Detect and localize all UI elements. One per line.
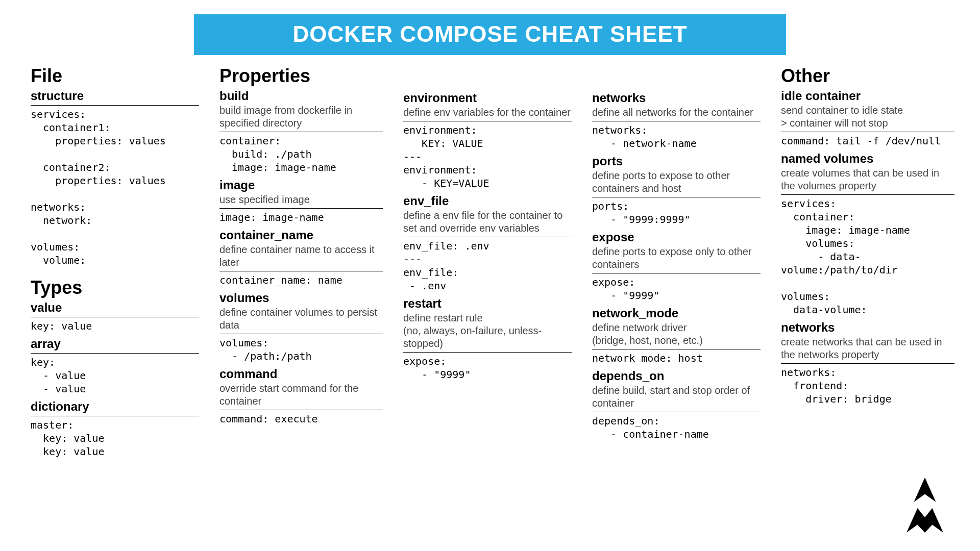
subheading-ports: ports [592, 154, 761, 168]
heading-other: Other [781, 66, 954, 86]
desc-networks: define all networks for the container [592, 106, 761, 119]
code-build: container: build: ./path image: image-na… [219, 134, 383, 174]
subheading-idle-container: idle container [781, 89, 954, 103]
divider [219, 132, 383, 132]
desc-idle-container: send container to idle state > container… [781, 104, 954, 130]
code-env-file: env_file: .env --- env_file: - .env [403, 239, 572, 292]
divider [781, 132, 954, 132]
subheading-network-mode: network_mode [592, 306, 761, 320]
desc-build: build image from dockerfile in specified… [219, 104, 383, 130]
code-idle-container: command: tail -f /dev/null [781, 134, 954, 147]
code-named-volumes: services: container: image: image-name v… [781, 197, 954, 316]
divider [592, 121, 761, 121]
desc-image: use specified image [219, 193, 383, 206]
desc-volumes: define container volumes to persist data [219, 306, 383, 332]
title-banner: DOCKER COMPOSE CHEAT SHEET [194, 14, 786, 55]
subheading-expose: expose [592, 230, 761, 244]
code-container-name: container_name: name [219, 273, 383, 287]
subheading-env-file: env_file [403, 194, 572, 208]
desc-ports: define ports to expose to other containe… [592, 169, 761, 195]
code-networks: networks: - network-name [592, 123, 761, 150]
desc-environment: define env variables for the container [403, 106, 572, 119]
subheading-value: value [31, 300, 199, 315]
column-properties-3: networks define all networks for the con… [592, 64, 761, 462]
code-value: key: value [31, 319, 199, 333]
desc-networks-other: create networks that can be used in the … [781, 336, 954, 361]
subheading-container-name: container_name [219, 228, 383, 242]
code-depends-on: depends_on: - container-name [592, 414, 761, 441]
brand-logo-icon [894, 474, 955, 536]
desc-named-volumes: create volumes that can be used in the v… [781, 167, 954, 192]
desc-restart: define restart rule (no, always, on-fail… [403, 312, 572, 350]
desc-depends-on: define build, start and stop order of co… [592, 384, 761, 410]
heading-properties: Properties [219, 66, 383, 86]
divider [403, 237, 572, 237]
code-dictionary: master: key: value key: value [31, 418, 199, 458]
desc-env-file: define a env file for the container to s… [403, 209, 572, 235]
divider [219, 208, 383, 209]
divider [31, 353, 199, 354]
divider [219, 334, 383, 334]
desc-expose: define ports to expose only to other con… [592, 245, 761, 271]
divider [592, 273, 761, 273]
divider [219, 410, 383, 410]
heading-file: File [31, 66, 199, 86]
subheading-environment: environment [403, 91, 572, 105]
heading-types: Types [31, 278, 199, 297]
code-image: image: image-name [219, 211, 383, 224]
divider [219, 271, 383, 271]
column-properties-2: environment define env variables for the… [403, 64, 572, 462]
divider [592, 412, 761, 412]
code-network-mode: network_mode: host [592, 352, 761, 365]
divider [403, 121, 572, 121]
desc-command: override start command for the container [219, 382, 383, 408]
column-file-types: File structure services: container1: pro… [31, 64, 199, 462]
code-structure: services: container1: properties: values… [31, 108, 199, 267]
subheading-restart: restart [403, 296, 572, 311]
column-other: Other idle container send container to i… [781, 64, 954, 462]
subheading-volumes: volumes [219, 291, 383, 305]
code-environment: environment: KEY: VALUE --- environment:… [403, 123, 572, 190]
divider [781, 194, 954, 195]
column-properties-1: Properties build build image from docker… [219, 64, 383, 462]
subheading-dictionary: dictionary [31, 399, 199, 414]
desc-container-name: define container name to access it later [219, 243, 383, 269]
divider [592, 349, 761, 349]
divider [31, 416, 199, 416]
subheading-depends-on: depends_on [592, 369, 761, 383]
code-ports: ports: - "9999:9999" [592, 199, 761, 226]
subheading-networks: networks [592, 91, 761, 105]
divider [403, 352, 572, 353]
subheading-build: build [219, 89, 383, 103]
subheading-array: array [31, 337, 199, 351]
code-command: command: execute [219, 412, 383, 425]
divider [31, 317, 199, 317]
divider [31, 105, 199, 106]
code-volumes: volumes: - /path:/path [219, 336, 383, 363]
divider [781, 363, 954, 364]
code-expose: expose: - "9999" [592, 276, 761, 302]
subheading-networks-other: networks [781, 320, 954, 335]
subheading-command: command [219, 367, 383, 381]
code-networks-other: networks: frontend: driver: bridge [781, 366, 954, 406]
code-array: key: - value - value [31, 356, 199, 395]
subheading-image: image [219, 178, 383, 192]
subheading-named-volumes: named volumes [781, 152, 954, 166]
cheat-sheet-grid: File structure services: container1: pro… [0, 64, 980, 462]
divider [592, 197, 761, 197]
code-restart: expose: - "9999" [403, 355, 572, 381]
subheading-structure: structure [31, 89, 199, 103]
desc-network-mode: define network driver (bridge, host, non… [592, 321, 761, 347]
